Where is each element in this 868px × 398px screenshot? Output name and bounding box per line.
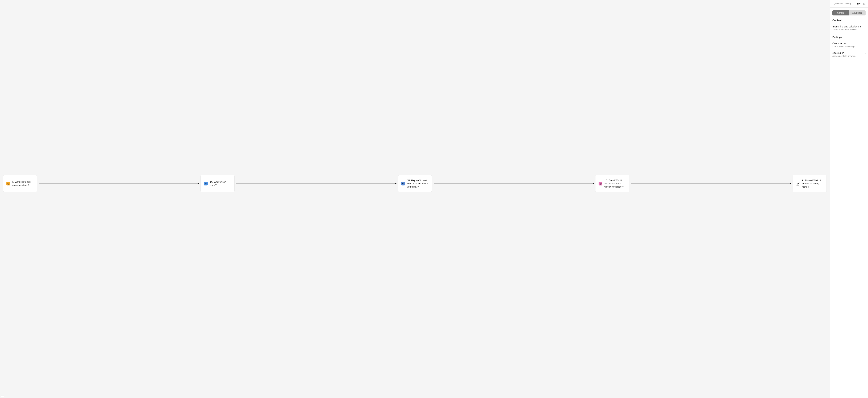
svg-rect-0 (7, 183, 8, 184)
section-content-title: Content (830, 18, 868, 24)
node-label: 1C. Great! Would you also like our weekl… (604, 179, 626, 188)
flow-node-1a[interactable]: 1A. What's your name? (200, 175, 235, 192)
node-label: A. Thanks! We look forward to talking mo… (802, 179, 824, 188)
zoom-control-stub[interactable] (1, 396, 4, 397)
right-sidebar: Question Design Logic Simple Advanced Co… (830, 0, 868, 398)
tab-design[interactable]: Design (845, 2, 852, 6)
ending-icon (796, 182, 800, 185)
item-label: Score quiz (832, 52, 863, 54)
flow-node-1[interactable]: 1. We'd like to ask some questions! (3, 175, 37, 192)
item-outcome-quiz[interactable]: Outcome quiz Link answers to endings › (830, 40, 868, 50)
flow-node-1c[interactable]: 1C. Great! Would you also like our weekl… (595, 175, 629, 192)
flow-node-1b[interactable]: 1B. Hey, we'd love to keep in touch, wha… (398, 175, 432, 192)
chevron-right-icon: › (865, 42, 866, 45)
node-label: 1A. What's your name? (210, 180, 231, 187)
item-score-quiz[interactable]: Score quiz Assign points to answers › (830, 50, 868, 59)
tab-logic[interactable]: Logic (855, 2, 861, 6)
gear-icon[interactable] (863, 3, 866, 5)
welcome-screen-icon (6, 182, 10, 185)
item-desc: Take full control of the flow (832, 29, 863, 31)
logic-canvas[interactable]: 1. We'd like to ask some questions! 1A. … (0, 0, 830, 398)
short-text-icon (204, 182, 208, 185)
sidebar-tabs: Question Design Logic (830, 0, 868, 8)
svg-rect-3 (8, 184, 9, 185)
section-endings-title: Endings (830, 35, 868, 40)
svg-rect-2 (8, 184, 9, 184)
item-label: Branching and calculations (832, 25, 863, 28)
item-desc: Link answers to endings (832, 45, 863, 48)
svg-rect-9 (798, 183, 798, 184)
item-desc: Assign points to answers (832, 55, 863, 57)
svg-point-10 (864, 4, 865, 4)
flow-arrow (38, 183, 200, 184)
flow-arrow (433, 183, 595, 184)
segment-advanced[interactable]: Advanced (849, 10, 866, 16)
svg-rect-8 (797, 183, 798, 184)
mode-segmented-control: Simple Advanced (832, 10, 866, 16)
flow-arrow (630, 183, 792, 184)
email-icon (401, 182, 405, 185)
node-label: 1. We'd like to ask some questions! (12, 180, 34, 187)
node-label: 1B. Hey, we'd love to keep in touch, wha… (407, 179, 429, 188)
flow-arrow (235, 183, 397, 184)
chevron-right-icon: › (865, 52, 866, 55)
svg-rect-5 (205, 184, 206, 184)
item-branching[interactable]: Branching and calculations Take full con… (830, 24, 868, 33)
chevron-right-icon: › (865, 26, 866, 28)
flow-row: 1. We'd like to ask some questions! 1A. … (3, 175, 827, 192)
tab-question[interactable]: Question (834, 2, 843, 6)
svg-rect-4 (205, 183, 207, 184)
segment-simple[interactable]: Simple (832, 10, 849, 16)
flow-node-a[interactable]: A. Thanks! We look forward to talking mo… (793, 175, 827, 192)
svg-rect-1 (8, 183, 9, 183)
yes-no-icon (598, 182, 602, 185)
item-label: Outcome quiz (832, 42, 863, 45)
